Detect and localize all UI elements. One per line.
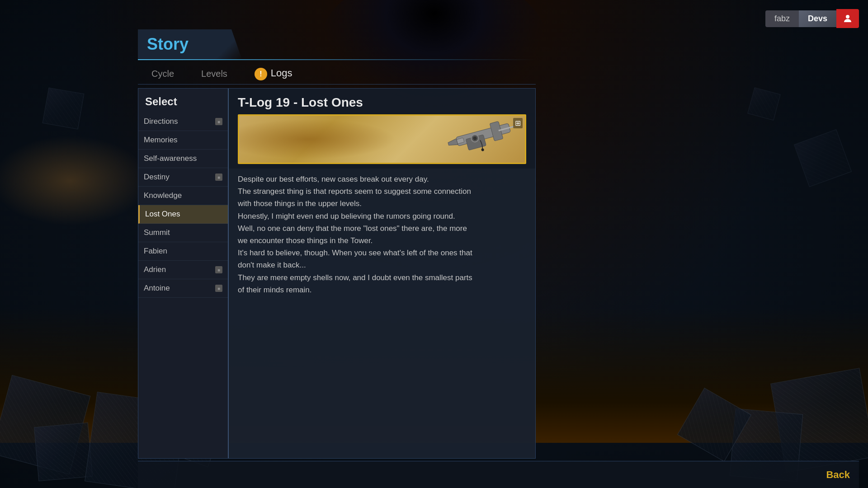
list-item-knowledge[interactable]: Knowledge bbox=[138, 187, 228, 205]
cube-decoration bbox=[34, 422, 93, 481]
svg-marker-8 bbox=[448, 139, 458, 147]
list-item-self-awareness[interactable]: Self-awareness bbox=[138, 150, 228, 168]
map-drawing bbox=[239, 116, 410, 163]
zoom-icon[interactable]: ⊞ bbox=[513, 118, 523, 128]
lock-icon: ■ bbox=[215, 285, 222, 292]
lock-icon: ■ bbox=[215, 266, 222, 273]
tool-drawing bbox=[427, 114, 524, 164]
main-panel: Story Cycle Levels !Logs Select Directio… bbox=[138, 29, 536, 459]
select-label: Select bbox=[138, 89, 228, 113]
log-text: Despite our best efforts, new cases brea… bbox=[229, 169, 535, 458]
log-content: T-Log 19 - Lost Ones bbox=[229, 89, 535, 458]
list-item-memories[interactable]: Memories bbox=[138, 131, 228, 150]
svg-rect-2 bbox=[490, 121, 503, 141]
content-area: Select Directions ■ Memories Self-awaren… bbox=[138, 88, 536, 459]
tabs-row: Cycle Levels !Logs bbox=[138, 60, 536, 84]
lock-icon: ■ bbox=[215, 174, 222, 181]
bottom-bar: Back bbox=[138, 461, 859, 488]
log-image[interactable]: ⊞ bbox=[238, 114, 526, 164]
tab-logs[interactable]: !Logs bbox=[241, 64, 306, 84]
log-title: T-Log 19 - Lost Ones bbox=[229, 89, 535, 114]
list-item-lost-ones[interactable]: Lost Ones bbox=[138, 205, 228, 224]
devs-button[interactable]: Devs bbox=[799, 10, 836, 27]
sidebar-list: Select Directions ■ Memories Self-awaren… bbox=[138, 89, 229, 458]
back-button[interactable]: Back bbox=[826, 469, 850, 481]
tab-cycle[interactable]: Cycle bbox=[138, 65, 188, 83]
user-bar: fabz Devs bbox=[765, 9, 859, 28]
log-image-inner: ⊞ bbox=[239, 116, 525, 163]
list-item-fabien[interactable]: Fabien bbox=[138, 242, 228, 261]
list-item-adrien[interactable]: Adrien ■ bbox=[138, 261, 228, 279]
warning-icon: ! bbox=[255, 68, 267, 80]
svg-point-0 bbox=[846, 15, 849, 19]
list-item-summit[interactable]: Summit bbox=[138, 224, 228, 242]
list-item-destiny[interactable]: Destiny ■ bbox=[138, 168, 228, 187]
list-item-antoine[interactable]: Antoine ■ bbox=[138, 279, 228, 298]
log-body: Despite our best efforts, new cases brea… bbox=[238, 175, 472, 294]
tab-levels[interactable]: Levels bbox=[188, 65, 241, 83]
page-title: Story bbox=[138, 29, 242, 59]
cube-decoration bbox=[42, 88, 85, 130]
story-title-bar: Story bbox=[138, 29, 536, 59]
username-label: fabz bbox=[765, 10, 799, 27]
profile-icon[interactable] bbox=[836, 9, 859, 28]
lock-icon: ■ bbox=[215, 118, 222, 125]
list-item-directions[interactable]: Directions ■ bbox=[138, 113, 228, 131]
svg-point-9 bbox=[481, 148, 484, 151]
